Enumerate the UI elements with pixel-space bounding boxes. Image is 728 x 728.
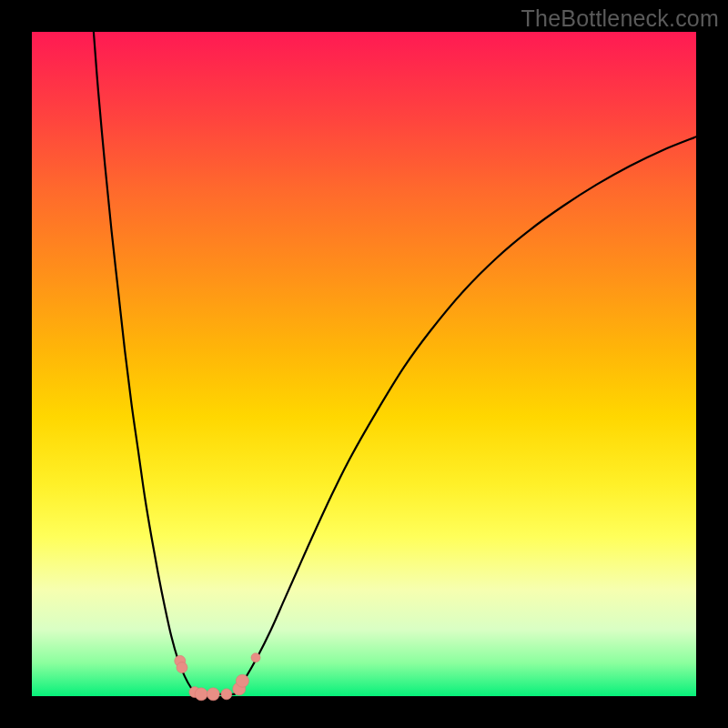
data-marker (207, 688, 219, 701)
curve-left-branch (94, 32, 197, 694)
chart-frame: TheBottleneck.com (0, 0, 728, 728)
marker-layer (175, 653, 260, 701)
data-marker (251, 653, 260, 662)
curve-right-branch (235, 136, 696, 693)
data-marker (177, 662, 187, 673)
watermark-text: TheBottleneck.com (521, 5, 719, 32)
data-marker (236, 674, 248, 687)
chart-svg (32, 32, 696, 696)
plot-area (32, 32, 696, 696)
data-marker (221, 689, 232, 700)
data-marker (195, 688, 207, 701)
